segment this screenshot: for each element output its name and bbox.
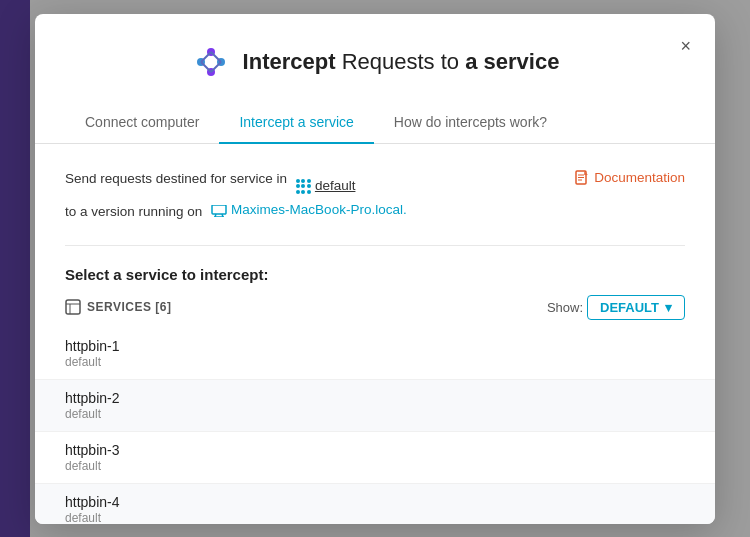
service-namespace: default [65, 355, 685, 369]
namespace-link[interactable]: default [315, 175, 356, 198]
svg-rect-8 [212, 205, 226, 214]
show-dropdown: Show: DEFAULT ▾ [547, 295, 685, 320]
services-box-icon [65, 299, 81, 315]
service-namespace: default [65, 459, 685, 473]
services-label: SERVICES [6] [65, 299, 171, 315]
close-button[interactable]: × [674, 32, 697, 61]
service-name: httpbin-2 [65, 390, 685, 406]
list-item[interactable]: httpbin-2 default [35, 380, 715, 432]
dropdown-value: DEFAULT [600, 300, 659, 315]
intercept-icon [191, 42, 231, 82]
services-count: SERVICES [6] [87, 300, 171, 314]
list-item[interactable]: httpbin-1 default [35, 328, 715, 380]
tab-bar: Connect computer Intercept a service How… [35, 102, 715, 144]
modal-body: Send requests destined for service in de… [35, 144, 715, 524]
docs-label: Documentation [594, 170, 685, 185]
service-list: httpbin-1 default httpbin-2 default http… [35, 328, 715, 524]
service-name: httpbin-4 [65, 494, 685, 510]
documentation-link[interactable]: Documentation [575, 170, 685, 186]
svg-line-6 [201, 62, 211, 72]
tab-connect-computer[interactable]: Connect computer [65, 102, 219, 144]
tab-how-intercepts[interactable]: How do intercepts work? [374, 102, 567, 144]
title-bold-part: Intercept [243, 49, 336, 74]
service-name: httpbin-1 [65, 338, 685, 354]
show-label: Show: [547, 300, 583, 315]
svg-rect-17 [66, 300, 80, 314]
list-item[interactable]: httpbin-4 default [35, 484, 715, 524]
service-name: httpbin-3 [65, 442, 685, 458]
monitor-icon [211, 205, 227, 217]
info-line1-prefix: Send requests destined for service in [65, 171, 287, 186]
title-suffix: a service [465, 49, 559, 74]
modal-title-text: Intercept Requests to a service [243, 49, 560, 75]
svg-line-4 [201, 52, 211, 62]
doc-icon [575, 170, 589, 186]
svg-line-5 [211, 52, 221, 62]
info-line2-prefix: to a version running on [65, 205, 202, 220]
grid-icon [296, 179, 311, 194]
modal-title: Intercept Requests to a service [191, 42, 560, 82]
svg-line-7 [211, 62, 221, 72]
section-title: Select a service to intercept: [65, 266, 685, 283]
machine-link[interactable]: Maximes-MacBook-Pro.local. [231, 199, 407, 222]
info-text: Send requests destined for service in de… [65, 168, 407, 225]
title-middle: Requests to [336, 49, 466, 74]
intercept-modal: Intercept Requests to a service × Connec… [35, 14, 715, 524]
namespace-dropdown[interactable]: DEFAULT ▾ [587, 295, 685, 320]
info-row: Send requests destined for service in de… [65, 168, 685, 246]
modal-header: Intercept Requests to a service × [35, 14, 715, 102]
services-header: SERVICES [6] Show: DEFAULT ▾ [65, 295, 685, 320]
tab-intercept-service[interactable]: Intercept a service [219, 102, 373, 144]
service-namespace: default [65, 511, 685, 524]
chevron-down-icon: ▾ [665, 300, 672, 315]
service-namespace: default [65, 407, 685, 421]
list-item[interactable]: httpbin-3 default [35, 432, 715, 484]
